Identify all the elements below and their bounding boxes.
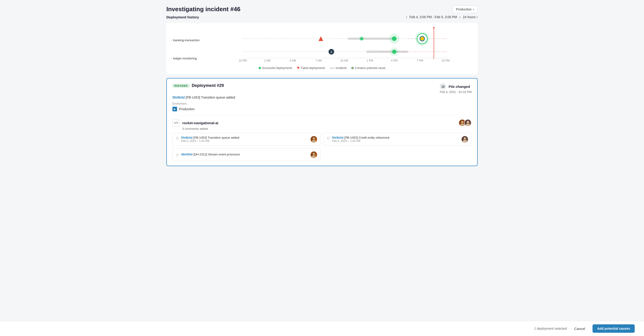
svg-point-30: [461, 121, 464, 123]
deployment-history-title: Deployment history: [166, 15, 199, 19]
svg-point-19: [392, 50, 396, 54]
svg-text:10 AM: 10 AM: [340, 59, 348, 62]
legend-incidents: Incidents: [330, 66, 347, 70]
service-name-ledger: ledger-monitoring: [173, 56, 197, 60]
commit-icon-1: ⬡: [176, 136, 179, 140]
file-count-badge: 12: [440, 83, 446, 90]
deployment-card: SUCCESS Deployment #29 12 File changed F…: [166, 78, 478, 166]
commit-ref-1: 5fe9b3d [PB-1453] Transition queue added: [181, 136, 239, 139]
svg-text:4 AM: 4 AM: [290, 59, 296, 62]
svg-point-36: [464, 137, 466, 140]
environment-label: Production: [456, 8, 472, 11]
commit-card-1[interactable]: ⬡ 5fe9b3d [PB-1453] Transition queue add…: [172, 133, 320, 146]
service-row-ledger[interactable]: › ledger-monitoring: [171, 51, 218, 65]
svg-point-31: [460, 124, 464, 126]
time-selector-label: 24 hours: [463, 15, 476, 19]
chart-container: › banking-transaction › ledger-monitorin…: [166, 23, 478, 74]
code-icon: </>: [172, 119, 180, 126]
environment-name: Production: [179, 107, 194, 111]
legend-failed-label: Failed deployments: [301, 66, 325, 70]
file-changed-label: File changed: [448, 84, 470, 88]
svg-point-33: [466, 124, 470, 126]
svg-rect-3: [348, 38, 394, 40]
svg-point-37: [463, 140, 467, 142]
potential-cause-icon: [351, 67, 354, 69]
service-name-banking: banking-transaction: [173, 38, 200, 42]
environment-dropdown[interactable]: Production ▾: [452, 6, 478, 13]
incidents-icon: [330, 68, 334, 68]
svg-point-39: [312, 155, 316, 158]
environment-value: ▶ Production: [172, 107, 472, 112]
commit-icon-3: ⬡: [176, 153, 179, 157]
divider: [172, 115, 472, 115]
failed-icon: [297, 67, 300, 69]
avatar-2: [464, 119, 472, 126]
svg-text:1 AM: 1 AM: [264, 59, 270, 62]
service-row-banking[interactable]: › banking-transaction: [171, 33, 218, 47]
commit-card-3[interactable]: ⬡ 49d4f3d [DH-2312] Stream event process…: [172, 148, 320, 161]
chevron-right-icon: ›: [171, 39, 172, 42]
chevron-right-icon-2: ›: [171, 57, 172, 60]
commit-ticket: [PB-1453]: [186, 96, 200, 99]
next-arrow[interactable]: ›: [459, 15, 460, 19]
legend-successful-label: Successful deployments: [262, 66, 292, 70]
file-changed-date: Feb 4, 2021 - 01:43 PM: [440, 90, 472, 94]
deployment-chart: 2 10 PM 1 AM 4 AM 7 AM 10 AM 1 PM 4 PM 7…: [218, 26, 473, 64]
repo-section: </> rocket-navigational-ai 3 comments ad…: [172, 119, 472, 130]
repo-name: rocket-navigational-ai: [182, 121, 218, 125]
commit-avatar-1: [310, 136, 317, 142]
deployment-title: Deployment #29: [192, 83, 224, 88]
chevron-down-icon: ▾: [473, 8, 474, 11]
commit-avatar-2: [462, 136, 468, 142]
time-navigation: ‹ Feb 4, 3:00 PM - Feb 5, 3:00 PM › 24 h…: [406, 15, 478, 19]
svg-point-32: [467, 121, 469, 123]
svg-text:7 PM: 7 PM: [416, 59, 423, 62]
commits-grid: ⬡ 5fe9b3d [PB-1453] Transition queue add…: [172, 133, 472, 161]
commit-hash: 5fe9b3d: [172, 96, 185, 99]
date-range: Feb 4, 3:00 PM - Feb 5, 3:00 PM: [409, 15, 457, 19]
commit-ref-3: 49d4f3d [DH-2312] Stream event processor: [181, 152, 240, 156]
prev-arrow[interactable]: ‹: [406, 15, 407, 19]
svg-text:4 PM: 4 PM: [391, 59, 398, 62]
legend-successful: Successful deployments: [259, 66, 292, 70]
chart-legend: Successful deployments Failed deployment…: [171, 66, 473, 70]
svg-text:10 PM: 10 PM: [239, 59, 247, 62]
commit-avatar-3: [310, 152, 317, 158]
commit-line: 5fe9b3d [PB-1453] Transition queue added: [172, 96, 472, 99]
environment-label-text: Enviroment: [172, 102, 472, 105]
legend-potential-label: Contains potential cause: [355, 66, 385, 70]
status-badge: SUCCESS: [172, 84, 190, 88]
avatars-group: [458, 119, 472, 126]
legend-failed: Failed deployments: [297, 66, 325, 70]
page-title: Investigating incident #46: [166, 6, 240, 13]
svg-marker-1: [433, 27, 435, 29]
time-selector-dropdown[interactable]: 24 hours ▾: [463, 15, 478, 19]
svg-point-7: [360, 37, 363, 40]
commit-ref-2: 5fe9b3d [PB-1453] Credit entity refactor…: [332, 136, 389, 139]
svg-text:2: 2: [330, 50, 332, 53]
commit-icon-2: ⬡: [327, 136, 330, 140]
svg-point-35: [312, 140, 316, 142]
legend-potential: Contains potential cause: [351, 66, 385, 70]
commit-message: Transition queue added: [201, 96, 235, 99]
svg-point-9: [392, 36, 396, 41]
svg-text:7 AM: 7 AM: [315, 59, 322, 62]
svg-point-38: [313, 152, 315, 155]
commit-date-2: Feb 5, 2023 – 1:43 AM: [332, 139, 389, 142]
comments-text: 3 comments added: [182, 127, 218, 130]
legend-incidents-label: Incidents: [336, 66, 347, 70]
svg-text:10 PM: 10 PM: [442, 59, 450, 62]
svg-text:1 PM: 1 PM: [366, 59, 373, 62]
time-chevron-down-icon: ▾: [476, 16, 478, 18]
commit-card-2[interactable]: ⬡ 5fe9b3d [PB-1453] Credit entity refact…: [324, 133, 472, 146]
production-icon: ▶: [172, 107, 177, 112]
commit-date-1: Feb 5, 2023 – 1:43 AM: [181, 139, 239, 142]
successful-icon: [259, 67, 261, 69]
svg-point-12: [420, 36, 424, 41]
svg-point-34: [313, 137, 315, 140]
